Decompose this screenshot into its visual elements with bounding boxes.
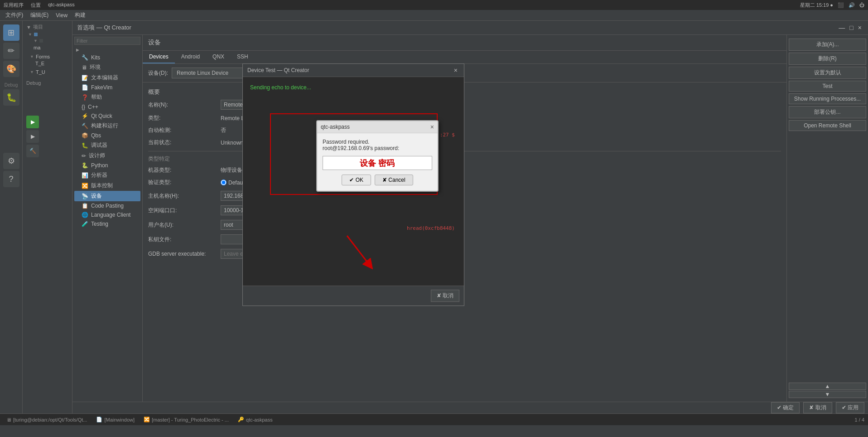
project-tree: ▼ ▼ ma ▼ Forms T_E ▼ T_U	[24, 31, 70, 76]
build-button[interactable]: 🔨	[26, 145, 39, 157]
prefs-item-kits[interactable]: 🔧 Kits	[74, 53, 140, 62]
prefs-item-editor[interactable]: 📝 文本编辑器	[74, 73, 140, 83]
main-layout: ⊞ ✏ 🎨 Debug 🐛 ⚙ ? ▼ 项目 ▼ ▼ ma ▼	[0, 21, 868, 413]
confirm-button[interactable]: ✔ 确定	[771, 402, 800, 413]
prefs-item-help[interactable]: ❓ 帮助	[74, 92, 140, 102]
power-icon[interactable]: ⏻	[859, 2, 864, 8]
help-icon[interactable]: ?	[3, 171, 19, 187]
debug-run-button[interactable]: ▶	[26, 130, 39, 143]
status-mainwindow[interactable]: 📄 [Mainwindow]	[93, 416, 137, 423]
network-icon[interactable]: ⬛	[838, 2, 844, 8]
prefs-item-langclient[interactable]: 🌐 Language Client	[74, 210, 140, 219]
tree-item-1[interactable]: ▼	[28, 31, 70, 38]
qbs-icon: 📦	[82, 132, 88, 139]
clock-display: 星期二 15:19 ●	[800, 2, 833, 9]
project-section[interactable]: ▼ 项目	[24, 23, 70, 31]
welcome-icon[interactable]: ⊞	[3, 24, 19, 41]
codepasting-icon: 📋	[82, 203, 88, 209]
tab-devices[interactable]: Devices	[143, 51, 175, 63]
menu-edit[interactable]: 编辑(E)	[27, 10, 52, 20]
name-field-label: 名称(N):	[148, 101, 221, 109]
auth-default-radio[interactable]	[221, 180, 227, 185]
device-test-cancel-button[interactable]: ✘ 取消	[431, 290, 459, 302]
device-test-titlebar: Device Test — Qt Creator ×	[243, 64, 464, 77]
tree-item-3[interactable]: ma	[28, 44, 70, 51]
tree-item-te[interactable]: T_E	[35, 60, 70, 67]
tab-qnx[interactable]: QNX	[206, 51, 231, 63]
askpass-cancel-button[interactable]: ✘ Cancel	[375, 175, 413, 185]
right-actions-panel: 承加(A)... 删除(R) 设置为默认 Test Show Running P…	[786, 35, 868, 402]
terminal-1-icon: 🖥	[6, 417, 11, 422]
status-terminal-1[interactable]: 🖥 [turing@debian:/opt/Qt/Tools/Qt...	[4, 416, 90, 423]
prefs-item-testing[interactable]: 🧪 Testing	[74, 219, 140, 228]
tools-icon[interactable]: ⚙	[3, 153, 19, 169]
auth-default-label[interactable]: Default	[221, 180, 246, 186]
open-shell-button[interactable]: Open Remote Shell	[789, 120, 866, 131]
project-text: [master] - Turing_PhotoElectric - ...	[152, 417, 229, 422]
askpass-message-line1: Password required.	[323, 139, 432, 145]
prefs-item-qbs[interactable]: 📦 Qbs	[74, 131, 140, 140]
set-default-button[interactable]: 设置为默认	[789, 67, 866, 79]
tree-item-forms[interactable]: ▼ Forms	[28, 53, 70, 60]
prefs-item-designer[interactable]: ✏ 设计师	[74, 151, 140, 161]
machine-type-label: 机器类型:	[148, 166, 221, 174]
debug-icon[interactable]: 🐛	[3, 89, 19, 106]
menu-file[interactable]: 文件(F)	[2, 10, 27, 20]
run-button[interactable]: ▶	[26, 116, 39, 128]
apply-button[interactable]: ✔ 应用	[836, 402, 864, 413]
status-bar-right: 1 / 4	[855, 417, 864, 422]
prefs-item-debugger[interactable]: 🐛 调试器	[74, 140, 140, 151]
debug-section-label[interactable]: Debug	[24, 79, 70, 87]
qtc-menu[interactable]: qtc-askpass	[48, 2, 75, 9]
prefs-item-cpp[interactable]: {} C++	[74, 102, 140, 112]
tab-ssh[interactable]: SSH	[231, 51, 255, 63]
askpass-buttons: ✔ OK ✘ Cancel	[323, 175, 432, 185]
cancel-button[interactable]: ✘ 取消	[803, 402, 832, 413]
edit-icon[interactable]: ✏	[3, 43, 19, 59]
askpass-ok-button[interactable]: ✔ OK	[342, 175, 371, 185]
collapse-button[interactable]: ▼	[789, 391, 866, 398]
prefs-item-codepasting[interactable]: 📋 Code Pasting	[74, 201, 140, 210]
status-askpass[interactable]: 🔑 qtc-askpass	[235, 416, 275, 423]
design-icon[interactable]: 🎨	[3, 61, 19, 77]
close-button[interactable]: ×	[856, 24, 863, 31]
askpass-body: Password required. root@192.168.0.69's p…	[317, 133, 438, 191]
deploy-key-button[interactable]: 部署公钥...	[789, 106, 866, 118]
askpass-password-input[interactable]	[323, 156, 432, 170]
prefs-main-content: 设备 Devices Android QNX SSH 设备(D): Remote…	[143, 35, 786, 402]
prefs-filter-input[interactable]	[74, 37, 140, 45]
delete-device-button[interactable]: 删除(R)	[789, 53, 866, 65]
debug-section: Debug	[24, 79, 70, 87]
maximize-button[interactable]: □	[848, 24, 855, 31]
test-button[interactable]: Test	[789, 81, 866, 92]
add-device-button[interactable]: 承加(A)...	[789, 39, 866, 51]
expand-button[interactable]: ▲	[789, 383, 866, 390]
sending-echo-text: Sending echo to device...	[247, 82, 459, 93]
prefs-item-buildrun[interactable]: 🔨 构建和运行	[74, 121, 140, 131]
device-test-close-button[interactable]: ×	[452, 67, 459, 74]
volume-icon[interactable]: 🔊	[849, 2, 855, 8]
menu-build[interactable]: 构建	[71, 10, 89, 20]
prefs-item-python[interactable]: 🐍 Python	[74, 161, 140, 170]
prefs-item-analyzer[interactable]: 📊 分析器	[74, 170, 140, 180]
section-arrow: ▶	[76, 48, 79, 52]
app-menu[interactable]: 应用程序	[4, 2, 24, 9]
device-test-footer: ✘ 取消	[243, 286, 464, 306]
prefs-item-vcs[interactable]: 🔀 版本控制	[74, 180, 140, 191]
cpp-icon: {}	[82, 104, 85, 110]
prefs-item-devices[interactable]: 📡 设备	[74, 191, 140, 201]
position-menu[interactable]: 位置	[31, 2, 41, 9]
prefs-item-env[interactable]: 🖥 环境	[74, 62, 140, 73]
tree-item-tu[interactable]: ▼ T_U	[28, 68, 70, 76]
prefs-item-qtquick[interactable]: ⚡ Qt Quick	[74, 112, 140, 121]
menu-view[interactable]: View	[52, 11, 71, 19]
tree-item-2[interactable]: ▼	[28, 38, 70, 44]
prefs-item-fakevim[interactable]: 📄 FakeVim	[74, 83, 140, 92]
status-project[interactable]: 🔀 [master] - Turing_PhotoElectric - ...	[141, 416, 231, 423]
minimize-button[interactable]: —	[837, 24, 847, 31]
window-controls: — □ ×	[837, 24, 863, 31]
tab-android[interactable]: Android	[175, 51, 206, 63]
show-processes-button[interactable]: Show Running Processes...	[789, 93, 866, 104]
askpass-close-button[interactable]: ×	[430, 123, 434, 131]
type-field-label: 类型:	[148, 114, 221, 122]
